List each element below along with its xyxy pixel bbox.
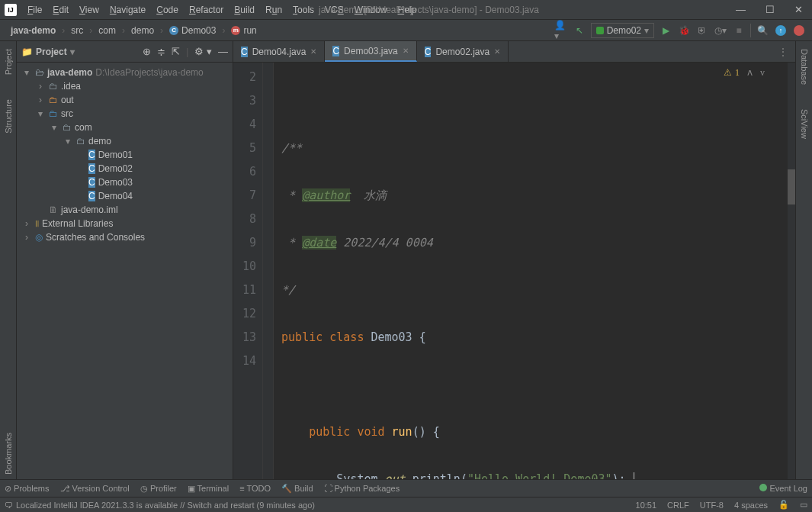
project-panel-header: 📁 Project ▾ ⊕ ≑ ⇱ | ⚙ ▾ — — [17, 41, 233, 63]
menu-tools[interactable]: Tools — [288, 3, 319, 17]
menu-view[interactable]: View — [75, 3, 104, 17]
tree-demo01[interactable]: CDemo01 — [17, 148, 233, 162]
tree-iml[interactable]: 🗎java-demo.iml — [17, 203, 233, 217]
build-icon[interactable]: ↖ — [573, 24, 586, 37]
tool-todo[interactable]: ≡ TODO — [239, 484, 271, 493]
status-readonly-icon[interactable]: 🔓 — [778, 500, 789, 510]
close-tab-icon[interactable]: ✕ — [310, 47, 316, 56]
sidebar-tab-database[interactable]: Database — [800, 44, 809, 89]
warning-icon: ⚠ — [724, 67, 732, 79]
search-icon[interactable]: 🔍 — [756, 24, 769, 37]
inspection-badge[interactable]: ⚠ 1 ʌ v — [724, 67, 765, 79]
next-highlight-icon[interactable]: v — [760, 67, 765, 79]
menu-refactor[interactable]: Refactor — [185, 3, 228, 17]
menu-build[interactable]: Build — [229, 3, 259, 17]
menu-code[interactable]: Code — [152, 3, 183, 17]
status-line-ending[interactable]: CRLF — [667, 501, 689, 510]
crumb-sep-icon: › — [222, 25, 225, 36]
menu-edit[interactable]: Edit — [48, 3, 73, 17]
tree-demo[interactable]: ▾🗀demo — [17, 134, 233, 148]
sidebar-tab-sciview[interactable]: SciView — [800, 105, 809, 143]
status-icon[interactable]: 🗨 — [5, 501, 13, 510]
line-gutter: 234567891011121314 — [233, 63, 263, 479]
bottom-toolbar: ⊘ Problems ⎇ Version Control ◷ Profiler … — [0, 479, 812, 497]
window-title: java-demo [D:\IdeaProjects\java-demo] - … — [319, 5, 539, 15]
run-config-dropdown[interactable]: Demo02 ▾ — [591, 23, 654, 38]
status-encoding[interactable]: UTF-8 — [700, 501, 724, 510]
code-content[interactable]: /** * @author 水滴 * @date 2022/4/4 0004 *… — [274, 63, 795, 479]
tool-eventlog[interactable]: Event Log — [759, 484, 807, 493]
close-button[interactable]: ✕ — [790, 4, 807, 15]
crumb-sep-icon: › — [89, 25, 92, 36]
status-ide-icon[interactable]: ▭ — [800, 500, 807, 510]
code-editor[interactable]: 234567891011121314 /** * @author 水滴 * @d… — [233, 63, 795, 479]
menu-navigate[interactable]: Navigate — [105, 3, 150, 17]
sidebar-tab-structure[interactable]: Structure — [4, 95, 13, 138]
crumb-src[interactable]: src — [66, 24, 88, 37]
app-logo-icon: IJ — [5, 4, 17, 16]
tree-demo02[interactable]: CDemo02 — [17, 162, 233, 175]
tree-ext-lib[interactable]: ›⫴External Libraries — [17, 217, 233, 230]
tree-com[interactable]: ▾🗀com — [17, 121, 233, 134]
crumb-com[interactable]: com — [94, 24, 120, 37]
editor-area: CDemo04.java✕ CDemo03.java✕ CDemo02.java… — [233, 41, 795, 479]
prev-highlight-icon[interactable]: ʌ — [747, 67, 753, 79]
tree-demo04[interactable]: CDemo04 — [17, 189, 233, 203]
minimize-button[interactable]: — — [731, 4, 750, 15]
coverage-icon[interactable]: ⛨ — [695, 24, 709, 37]
window-controls: — ☐ ✕ — [731, 4, 807, 15]
debug-icon[interactable]: 🐞 — [677, 24, 691, 37]
tree-demo03[interactable]: CDemo03 — [17, 175, 233, 189]
stop-icon[interactable]: ■ — [732, 24, 746, 37]
select-opened-icon[interactable]: ⊕ — [143, 46, 151, 57]
editor-scrollbar[interactable] — [788, 63, 795, 479]
tool-python[interactable]: ⛶ Python Packages — [324, 484, 400, 493]
hide-panel-icon[interactable]: — — [218, 46, 228, 57]
tree-src[interactable]: ▾🗀src — [17, 107, 233, 121]
fold-gutter[interactable] — [263, 63, 274, 479]
tab-demo04[interactable]: CDemo04.java✕ — [233, 41, 325, 62]
tool-vcs[interactable]: ⎇ Version Control — [60, 484, 130, 494]
panel-settings-icon[interactable]: ⚙ ▾ — [194, 46, 212, 57]
tool-problems[interactable]: ⊘ Problems — [5, 484, 50, 494]
update-icon[interactable]: ↑ — [774, 24, 788, 37]
crumb-class[interactable]: CDemo03 — [165, 24, 220, 37]
crumb-demo[interactable]: demo — [127, 24, 159, 37]
tool-profiler[interactable]: ◷ Profiler — [140, 484, 177, 494]
sidebar-tab-project[interactable]: Project — [4, 44, 13, 79]
tool-build[interactable]: 🔨 Build — [281, 484, 313, 494]
crumb-project[interactable]: java-demo — [6, 24, 60, 37]
profile-icon[interactable]: ◷▾ — [714, 24, 727, 37]
tab-demo02[interactable]: CDemo02.java✕ — [417, 41, 509, 62]
maximize-button[interactable]: ☐ — [761, 4, 779, 15]
project-view-select[interactable]: 📁 Project ▾ — [21, 47, 75, 57]
tab-demo03[interactable]: CDemo03.java✕ — [325, 41, 416, 62]
menu-file[interactable]: File — [23, 3, 47, 17]
ide-icon[interactable] — [792, 24, 806, 37]
project-tool-window: 📁 Project ▾ ⊕ ≑ ⇱ | ⚙ ▾ — ▾🗁 java-demo D… — [17, 41, 233, 479]
tool-terminal[interactable]: ▣ Terminal — [188, 484, 229, 494]
toolbar: 👤▾ ↖ Demo02 ▾ ▶ 🐞 ⛨ ◷▾ ■ 🔍 ↑ — [554, 23, 806, 38]
status-indent[interactable]: 4 spaces — [734, 501, 768, 510]
tree-scratches[interactable]: ›◎Scratches and Consoles — [17, 230, 233, 244]
crumb-method[interactable]: mrun — [226, 24, 261, 37]
crumb-sep-icon: › — [160, 25, 163, 36]
collapse-all-icon[interactable]: ⇱ — [172, 46, 180, 57]
expand-all-icon[interactable]: ≑ — [157, 46, 165, 57]
close-tab-icon[interactable]: ✕ — [494, 47, 500, 56]
tree-idea[interactable]: ›🗀.idea — [17, 79, 233, 93]
tree-out[interactable]: ›🗀out — [17, 93, 233, 107]
editor-tabs: CDemo04.java✕ CDemo03.java✕ CDemo02.java… — [233, 41, 795, 63]
menu-run[interactable]: Run — [261, 3, 287, 17]
crumb-sep-icon: › — [122, 25, 125, 36]
right-gutter: Database SciView — [795, 41, 812, 479]
tree-root[interactable]: ▾🗁 java-demo D:\IdeaProjects\java-demo — [17, 66, 233, 79]
sidebar-tab-bookmarks[interactable]: Bookmarks — [4, 428, 13, 479]
status-message[interactable]: Localized IntelliJ IDEA 2021.3.3 is avai… — [16, 501, 315, 510]
add-config-icon[interactable]: 👤▾ — [554, 24, 568, 37]
crumb-sep-icon: › — [62, 25, 65, 36]
status-caret[interactable]: 10:51 — [636, 501, 657, 510]
tabs-more-icon[interactable]: ⋮ — [771, 41, 795, 62]
close-tab-icon[interactable]: ✕ — [403, 47, 409, 55]
run-icon[interactable]: ▶ — [659, 24, 672, 37]
